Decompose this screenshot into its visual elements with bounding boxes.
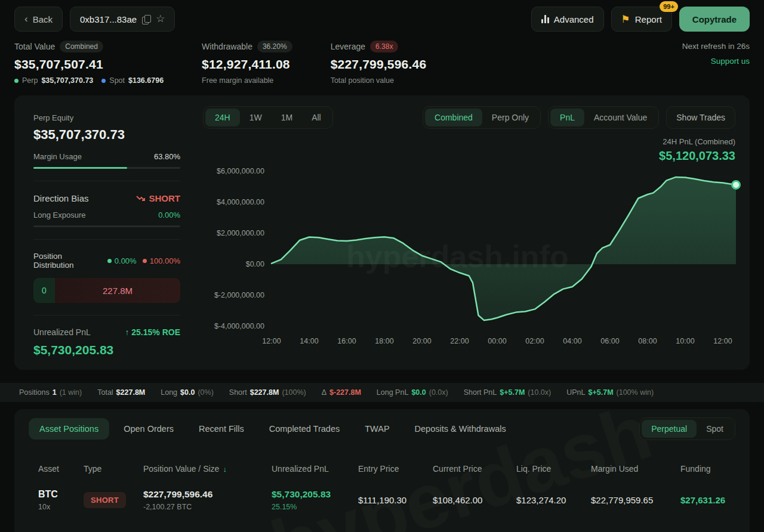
- sort-desc-icon: ↓: [223, 465, 227, 474]
- withdrawable-sub: Free margin available: [202, 76, 273, 85]
- report-count-badge: 99+: [660, 1, 678, 12]
- leverage-label: Leverage: [331, 42, 365, 51]
- long-exposure-label: Long Exposure: [33, 211, 85, 219]
- pnl-readout-label: 24H PnL (Combined): [659, 137, 735, 146]
- positions-summary-strip: Positions1(1 win) Total$227.8M Long$0.0(…: [0, 383, 764, 402]
- leverage-stat: Leverage 6.38x $227,799,596.46 Total pos…: [331, 41, 427, 85]
- positions-tab-bar: Asset Positions Open Orders Recent Fills…: [29, 417, 735, 440]
- svg-text:$-2,000,000.00: $-2,000,000.00: [214, 291, 264, 299]
- col-current-price[interactable]: Current Price: [433, 459, 516, 478]
- withdrawable-badge: 36.20%: [257, 41, 292, 52]
- col-unrealized-pnl[interactable]: Unrealized PnL: [272, 459, 358, 478]
- support-us-link[interactable]: Support us: [682, 57, 750, 66]
- tab-asset-positions[interactable]: Asset Positions: [29, 418, 109, 440]
- svg-text:10:00: 10:00: [676, 337, 694, 345]
- col-funding[interactable]: Funding: [680, 459, 726, 478]
- position-distribution-label: Position Distribution: [33, 252, 101, 270]
- perp-label: Perp: [22, 76, 38, 85]
- range-tab-24h[interactable]: 24H: [205, 109, 240, 126]
- star-icon[interactable]: ☆: [156, 14, 165, 24]
- svg-text:14:00: 14:00: [300, 337, 318, 345]
- range-tab-1m[interactable]: 1M: [272, 109, 302, 126]
- bar-chart-icon: [541, 15, 549, 23]
- svg-text:22:00: 22:00: [450, 337, 469, 345]
- copytrade-button[interactable]: Copytrade: [679, 7, 750, 32]
- direction-bias-value: SHORT: [149, 193, 181, 203]
- flag-icon: ⚑: [621, 13, 630, 26]
- col-asset[interactable]: Asset: [38, 459, 84, 478]
- metric-tab-account-value[interactable]: Account Value: [584, 109, 657, 126]
- long-exposure-bar: [33, 225, 180, 227]
- col-liq-price[interactable]: Liq. Price: [516, 459, 591, 478]
- svg-text:$2,000,000.00: $2,000,000.00: [217, 229, 264, 237]
- withdrawable-value: $12,927,411.08: [202, 57, 292, 72]
- market-toggle-group: Perpetual Spot: [639, 417, 735, 440]
- short-dot-icon: [143, 259, 147, 263]
- liq-price-cell: $123,274.20: [516, 484, 591, 510]
- svg-text:20:00: 20:00: [412, 337, 431, 345]
- divider: [33, 181, 180, 181]
- address-pill[interactable]: 0xb317...83ae ☆: [70, 7, 175, 32]
- svg-text:12:00: 12:00: [262, 337, 281, 345]
- range-tab-1w[interactable]: 1W: [240, 109, 272, 126]
- long-exposure-value: 0.00%: [158, 211, 180, 219]
- svg-text:$4,000,000.00: $4,000,000.00: [217, 198, 264, 206]
- report-button-wrap: ⚑ Report 99+: [611, 7, 672, 32]
- asset-cell: BTC 10x: [38, 478, 84, 516]
- chevron-left-icon: ‹: [24, 13, 28, 25]
- unrealized-pnl-label: Unrealized PnL: [33, 327, 91, 337]
- svg-text:02:00: 02:00: [525, 337, 544, 345]
- direction-bias-label: Direction Bias: [33, 193, 89, 203]
- metric-tab-pnl[interactable]: PnL: [550, 109, 584, 126]
- pnl-chart-area[interactable]: hyperdash.info $6,000,000.00$4,000,000.0…: [203, 161, 750, 346]
- leverage-sub: Total position value: [331, 76, 394, 85]
- col-type[interactable]: Type: [84, 459, 143, 478]
- wallet-address: 0xb317...83ae: [80, 14, 137, 24]
- range-tab-all[interactable]: All: [302, 109, 331, 126]
- tab-deposits-withdrawals[interactable]: Deposits & Withdrawals: [404, 418, 517, 440]
- tab-open-orders[interactable]: Open Orders: [113, 418, 184, 440]
- mode-tab-group: Combined Perp Only: [423, 106, 541, 129]
- summary-short: Short$227.8M(100%): [229, 388, 306, 397]
- svg-text:06:00: 06:00: [600, 337, 619, 345]
- table-row[interactable]: BTC 10x SHORT $227,799,596.46 -2,100.27 …: [38, 478, 726, 516]
- divider: [33, 239, 180, 240]
- tab-twap[interactable]: TWAP: [354, 418, 400, 440]
- account-stats-row: Total Value Combined $35,707,507.41 Perp…: [14, 41, 750, 85]
- show-trades-button[interactable]: Show Trades: [666, 106, 735, 129]
- copy-icon[interactable]: [141, 14, 151, 24]
- total-value-label: Total Value: [14, 42, 55, 51]
- tab-completed-trades[interactable]: Completed Trades: [258, 418, 350, 440]
- col-margin-used[interactable]: Margin Used: [591, 459, 680, 478]
- trend-down-icon: [136, 195, 146, 202]
- col-position-value[interactable]: Position Value / Size↓: [143, 459, 272, 478]
- mode-tab-combined[interactable]: Combined: [425, 109, 482, 126]
- withdrawable-stat: Withdrawable 36.20% $12,927,411.08 Free …: [202, 41, 292, 85]
- spot-label: Spot: [109, 76, 125, 85]
- market-tab-spot[interactable]: Spot: [697, 420, 733, 438]
- market-tab-perpetual[interactable]: Perpetual: [642, 420, 697, 438]
- pnl-readout: 24H PnL (Combined) $5,120,073.33: [659, 137, 735, 163]
- spot-value: $136.6796: [128, 76, 164, 85]
- perp-value: $35,707,370.73: [41, 76, 93, 85]
- type-cell: SHORT: [84, 481, 143, 513]
- svg-text:12:00: 12:00: [713, 337, 732, 345]
- combined-badge: Combined: [60, 41, 103, 52]
- col-entry-price[interactable]: Entry Price: [358, 459, 433, 478]
- chart-controls: 24H 1W 1M All Combined Perp Only PnL Acc…: [203, 106, 735, 129]
- tab-recent-fills[interactable]: Recent Fills: [188, 418, 255, 440]
- topbar-actions: Advanced ⚑ Report 99+ Copytrade: [531, 7, 750, 32]
- summary-total: Total$227.8M: [97, 388, 145, 397]
- mode-tab-perp-only[interactable]: Perp Only: [482, 109, 538, 126]
- account-overview-column: Perp Equity $35,707,370.73 Margin Usage …: [33, 113, 180, 357]
- unrealized-pnl-cell: $5,730,205.83 25.15%: [272, 478, 358, 516]
- svg-text:16:00: 16:00: [337, 337, 356, 345]
- back-button[interactable]: ‹ Back: [14, 7, 63, 32]
- summary-positions: Positions1(1 win): [19, 388, 82, 397]
- range-tab-group: 24H 1W 1M All: [203, 106, 333, 129]
- unrealized-pnl-value: $5,730,205.83: [33, 343, 180, 357]
- advanced-button[interactable]: Advanced: [531, 7, 604, 32]
- refresh-countdown: Next refresh in 26s: [682, 42, 750, 51]
- current-price-cell: $108,462.00: [433, 484, 516, 510]
- svg-text:$-4,000,000.00: $-4,000,000.00: [214, 322, 264, 330]
